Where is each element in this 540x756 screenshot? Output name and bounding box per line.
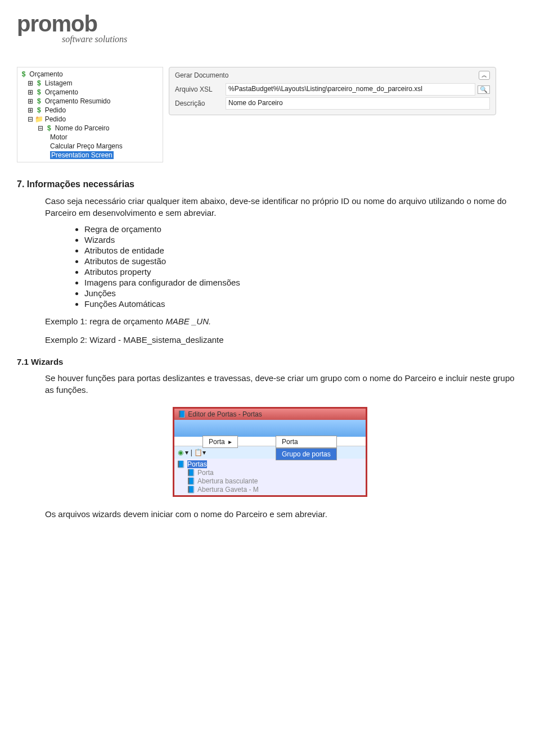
- tree-item[interactable]: ⊞ $ Listagem: [20, 79, 160, 88]
- bullet-item: Junções: [84, 288, 523, 298]
- section-7-paragraph: Caso seja necessário criar qualquer item…: [45, 195, 523, 219]
- money-icon: $: [35, 79, 43, 87]
- field-row-desc: Descrição Nome do Parceiro: [175, 97, 490, 110]
- root-node-selected[interactable]: 📘 Portas: [177, 460, 363, 468]
- panel-title-row: Gerar Documento ︽: [175, 71, 490, 80]
- tree-node[interactable]: 📘 Porta: [177, 469, 363, 477]
- example-1: Exemplo 1: regra de orçamento MABE _UN.: [45, 315, 523, 327]
- money-icon: $: [35, 88, 43, 96]
- tool-icon[interactable]: 📋: [194, 449, 202, 456]
- tree-node[interactable]: 📘 Abertura basculante: [177, 477, 363, 485]
- window-title: 📘 Editor de Portas - Portas: [174, 409, 366, 420]
- section-7-1-heading: 7.1 Wizards: [17, 357, 523, 366]
- tree-body: 📘 Portas 📘 Porta 📘 Abertura basculante 📘…: [174, 459, 366, 495]
- money-icon: $: [45, 124, 53, 132]
- tree-item-expanded[interactable]: ⊟ 📁 Pedido: [20, 115, 160, 124]
- folder-icon: 📁: [35, 115, 43, 123]
- tree-item[interactable]: ⊞ $ Pedido: [20, 106, 160, 115]
- detail-panel: Gerar Documento ︽ Arquivo XSL %PastaBudg…: [169, 67, 496, 115]
- editor-window-figure: 📘 Editor de Portas - Portas ◉ ▾ | 📋▾ 📘 P…: [173, 407, 367, 497]
- bullet-item: Atributos property: [84, 267, 523, 277]
- submenu-item-hover[interactable]: Grupo de portas: [276, 448, 337, 460]
- tree-leaf[interactable]: Calcular Preço Margens: [20, 142, 160, 151]
- logo-sub: software solutions: [62, 34, 523, 44]
- bullet-item: Imagens para configurador de dimensões: [84, 278, 523, 287]
- example-2: Exemplo 2: Wizard - MABE_sistema_desliza…: [45, 334, 523, 346]
- tree-leaf[interactable]: Motor: [20, 133, 160, 142]
- field-row-xsl: Arquivo XSL %PastaBudget%\Layouts\Listin…: [175, 83, 490, 96]
- field-value-desc[interactable]: Nome do Parceiro: [226, 97, 490, 110]
- money-icon: $: [35, 106, 43, 114]
- submenu-item[interactable]: Porta: [276, 436, 337, 448]
- tree-item[interactable]: ⊞ $ Orçamento Resumido: [20, 97, 160, 106]
- panel-title: Gerar Documento: [175, 71, 228, 79]
- context-submenu: Porta Grupo de portas: [276, 436, 337, 460]
- tree-root[interactable]: $ Orçamento: [20, 70, 160, 79]
- section-7-heading: 7. Informações necessárias: [17, 179, 523, 189]
- figure-row: $ Orçamento ⊞ $ Listagem ⊞ $ Orçamento ⊞…: [17, 67, 523, 162]
- add-icon[interactable]: ◉: [178, 449, 183, 456]
- bullet-item: Wizards: [84, 235, 523, 245]
- logo-main: promob: [17, 11, 523, 37]
- context-menu-1: Porta ▸: [202, 436, 238, 448]
- logo-block: promob software solutions: [17, 11, 523, 44]
- tree-leaf-selected[interactable]: Presentation Screen: [20, 151, 160, 160]
- money-icon: $: [35, 97, 43, 105]
- tree-item-expanded[interactable]: ⊟ $ Nome do Parceiro: [20, 124, 160, 133]
- money-icon: $: [20, 70, 28, 78]
- menu-item[interactable]: Porta ▸: [202, 436, 238, 448]
- toolbar: ◉ ▾ | 📋▾: [174, 446, 366, 459]
- bullet-item: Atributos de sugestão: [84, 256, 523, 266]
- section-7-1-paragraph-2: Os arquivos wizards devem iniciar com o …: [45, 508, 523, 520]
- collapse-icon[interactable]: ︽: [479, 71, 490, 80]
- field-value-xsl[interactable]: %PastaBudget%\Layouts\Listing\parceiro_n…: [226, 83, 475, 96]
- bullet-list: Regra de orçamento Wizards Atributos de …: [84, 224, 523, 309]
- tree-item[interactable]: ⊞ $ Orçamento: [20, 88, 160, 97]
- toolbar-area: [174, 420, 366, 437]
- field-label: Descrição: [175, 99, 226, 107]
- tree-panel: $ Orçamento ⊞ $ Listagem ⊞ $ Orçamento ⊞…: [17, 67, 163, 162]
- bullet-item: Funções Automáticas: [84, 299, 523, 309]
- bullet-item: Regra de orçamento: [84, 224, 523, 234]
- bullet-item: Atributos de entidade: [84, 246, 523, 255]
- field-label: Arquivo XSL: [175, 85, 226, 93]
- section-7-1-paragraph: Se houver funções para portas deslizante…: [45, 372, 523, 396]
- browse-icon[interactable]: 🔍: [478, 85, 490, 94]
- tree-node[interactable]: 📘 Abertura Gaveta - M: [177, 486, 363, 494]
